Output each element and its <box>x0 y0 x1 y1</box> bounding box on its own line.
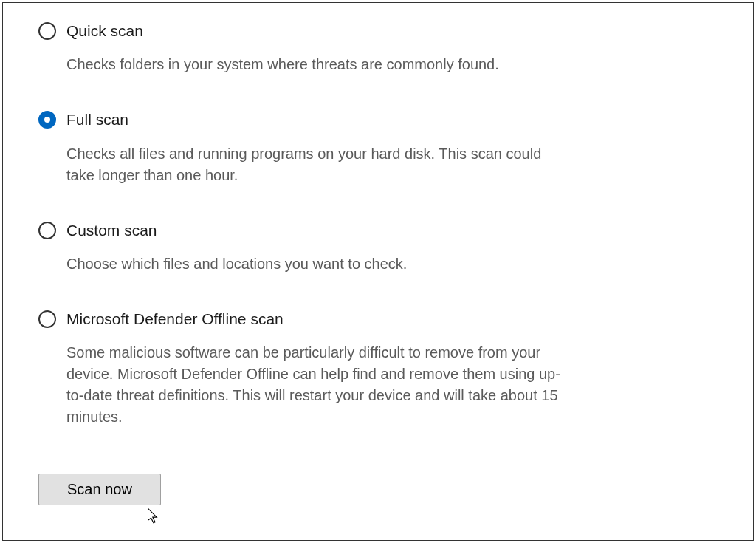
scan-now-button[interactable]: Scan now <box>38 474 161 505</box>
option-text-quick-scan: Quick scan Checks folders in your system… <box>66 21 499 75</box>
radio-quick-scan[interactable] <box>38 22 56 40</box>
option-desc: Checks all files and running programs on… <box>66 143 570 186</box>
radio-custom-scan[interactable] <box>38 222 56 239</box>
radio-defender-offline-scan[interactable] <box>38 310 56 328</box>
option-defender-offline-scan[interactable]: Microsoft Defender Offline scan Some mal… <box>38 309 570 428</box>
option-full-scan[interactable]: Full scan Checks all files and running p… <box>38 109 570 185</box>
option-title: Full scan <box>66 109 570 129</box>
option-text-full-scan: Full scan Checks all files and running p… <box>66 109 570 185</box>
radio-full-scan[interactable] <box>38 111 56 129</box>
scan-options-window: Quick scan Checks folders in your system… <box>2 2 754 541</box>
option-text-custom-scan: Custom scan Choose which files and locat… <box>66 220 407 275</box>
option-quick-scan[interactable]: Quick scan Checks folders in your system… <box>38 21 570 75</box>
option-desc: Choose which files and locations you wan… <box>66 253 407 275</box>
scan-options-list: Quick scan Checks folders in your system… <box>38 21 570 428</box>
option-custom-scan[interactable]: Custom scan Choose which files and locat… <box>38 220 570 275</box>
option-desc: Some malicious software can be particula… <box>66 342 570 428</box>
option-title: Quick scan <box>66 21 499 41</box>
option-desc: Checks folders in your system where thre… <box>66 54 499 75</box>
button-row: Scan now <box>38 474 718 505</box>
option-text-defender-offline-scan: Microsoft Defender Offline scan Some mal… <box>66 309 570 428</box>
option-title: Custom scan <box>66 220 407 240</box>
option-title: Microsoft Defender Offline scan <box>66 309 570 329</box>
